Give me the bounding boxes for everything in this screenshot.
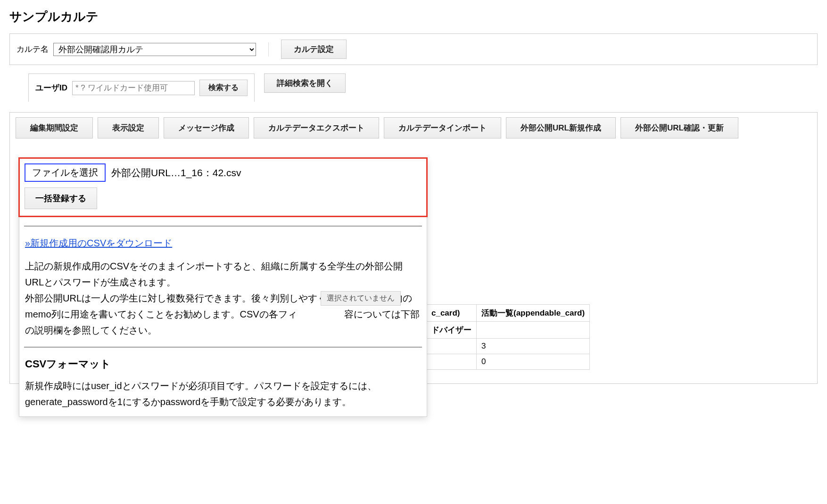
file-row: ファイルを選択 外部公開URL…1_16：42.csv [25,163,422,182]
bg-col1-header: c_card) [427,305,477,322]
tab-bar: 編集期間設定 表示設定 メッセージ作成 カルテデータエクスポート カルテデータイ… [10,113,817,138]
page-title: サンプルカルテ [9,8,818,25]
advanced-search-button[interactable]: 詳細検索を開く [264,73,346,93]
bg-col2-header: 活動一覧(appendable_card) [477,305,590,322]
user-id-input[interactable] [72,81,195,95]
tab-message-create[interactable]: メッセージ作成 [164,117,249,138]
bg-val1: 3 [477,339,590,354]
tab-edit-period[interactable]: 編集期間設定 [16,117,93,138]
csv-download-link[interactable]: »新規作成用のCSVをダウンロード [19,237,178,250]
search-button[interactable]: 検索する [199,80,248,96]
bg-val2: 0 [477,354,590,370]
tab-display-settings[interactable]: 表示設定 [98,117,159,138]
divider [24,226,422,227]
search-row: ユーザID 検索する 詳細検索を開く [28,73,818,102]
karte-name-select[interactable]: 外部公開確認用カルテ [53,43,256,56]
tab-export[interactable]: カルテデータエクスポート [254,117,379,138]
selected-file-name: 外部公開URL…1_16：42.csv [111,166,241,179]
separator [268,42,269,57]
tab-ext-url-new[interactable]: 外部公開URL新規作成 [506,117,616,138]
bulk-register-button[interactable]: 一括登録する [25,187,97,209]
tab-import[interactable]: カルテデータインポート [384,117,501,138]
bg-row-header: ドバイザー [427,322,477,339]
user-id-label: ユーザID [35,82,67,93]
karte-settings-button[interactable]: カルテ設定 [281,40,347,59]
import-popover: ファイルを選択 外部公開URL…1_16：42.csv 一括登録する »新規作成… [19,158,427,389]
user-id-search-box: ユーザID 検索する [28,73,255,102]
background-table: c_card) 活動一覧(appendable_card) ドバイザー 3 0 [426,304,590,370]
file-upload-highlight: ファイルを選択 外部公開URL…1_16：42.csv 一括登録する [18,157,428,217]
tab-ext-url-confirm[interactable]: 外部公開URL確認・更新 [620,117,738,138]
karte-name-label: カルテ名 [17,44,49,55]
file-not-selected-tooltip: 選択されていません [321,291,401,306]
file-select-button[interactable]: ファイルを選択 [25,163,106,182]
karte-selector-bar: カルテ名 外部公開確認用カルテ カルテ設定 [9,33,818,65]
divider [24,347,422,348]
csv-format-heading: CSVフォーマット [25,357,421,371]
instruction-text-1: 上記の新規作成用のCSVをそのままインポートすると、組織に所属する全学生の外部公… [19,258,427,290]
instruction-text-3: 新規作成時にはuser_idとパスワードが必須項目です。パスワードを設定するには… [19,378,427,389]
